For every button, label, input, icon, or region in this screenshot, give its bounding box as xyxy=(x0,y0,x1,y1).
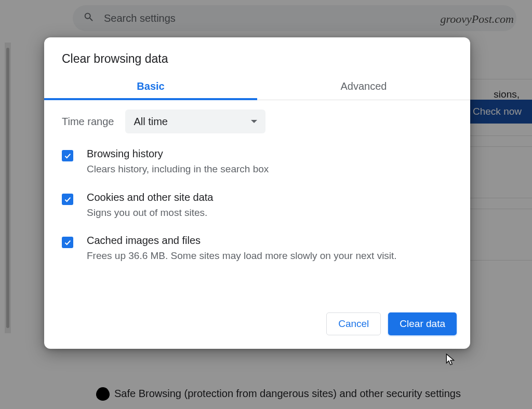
clear-browsing-data-dialog: Clear browsing data Basic Advanced Time … xyxy=(44,37,470,349)
time-range-row: Time range All time xyxy=(62,110,453,133)
search-placeholder: Search settings xyxy=(104,12,176,24)
dialog-tabs: Basic Advanced xyxy=(44,75,470,100)
search-icon xyxy=(83,11,95,25)
clear-data-button[interactable]: Clear data xyxy=(388,312,457,335)
safe-browsing-label: Safe Browsing (protection from dangerous… xyxy=(114,388,461,400)
tab-advanced[interactable]: Advanced xyxy=(257,75,470,100)
cancel-button[interactable]: Cancel xyxy=(326,312,381,335)
dialog-footer: Cancel Clear data xyxy=(44,283,470,349)
time-range-select[interactable]: All time xyxy=(125,110,265,133)
option-desc: Frees up 36.6 MB. Some sites may load mo… xyxy=(87,249,453,264)
dialog-body: Time range All time Browsing history Cle… xyxy=(44,100,470,283)
chevron-down-icon xyxy=(251,120,257,123)
option-title: Cached images and files xyxy=(87,235,453,247)
option-desc: Signs you out of most sites. xyxy=(87,206,453,221)
option-desc: Clears history, including in the search … xyxy=(87,162,453,177)
scrollbar-thumb[interactable] xyxy=(6,48,9,328)
dialog-title: Clear browsing data xyxy=(44,37,470,75)
checkbox-cached[interactable] xyxy=(62,237,73,248)
check-now-button[interactable]: Check now xyxy=(462,100,532,124)
option-cookies: Cookies and other site data Signs you ou… xyxy=(62,192,453,221)
tab-basic[interactable]: Basic xyxy=(44,75,257,100)
option-browsing-history: Browsing history Clears history, includi… xyxy=(62,148,453,177)
option-title: Cookies and other site data xyxy=(87,192,453,203)
option-cached: Cached images and files Frees up 36.6 MB… xyxy=(62,235,453,264)
option-title: Browsing history xyxy=(87,148,453,160)
checkbox-browsing-history[interactable] xyxy=(62,150,73,161)
time-range-label: Time range xyxy=(62,116,114,128)
checkbox-cookies[interactable] xyxy=(62,194,73,205)
time-range-value: All time xyxy=(134,116,168,128)
watermark-text: groovyPost.com xyxy=(440,12,514,26)
shield-icon xyxy=(96,387,110,401)
